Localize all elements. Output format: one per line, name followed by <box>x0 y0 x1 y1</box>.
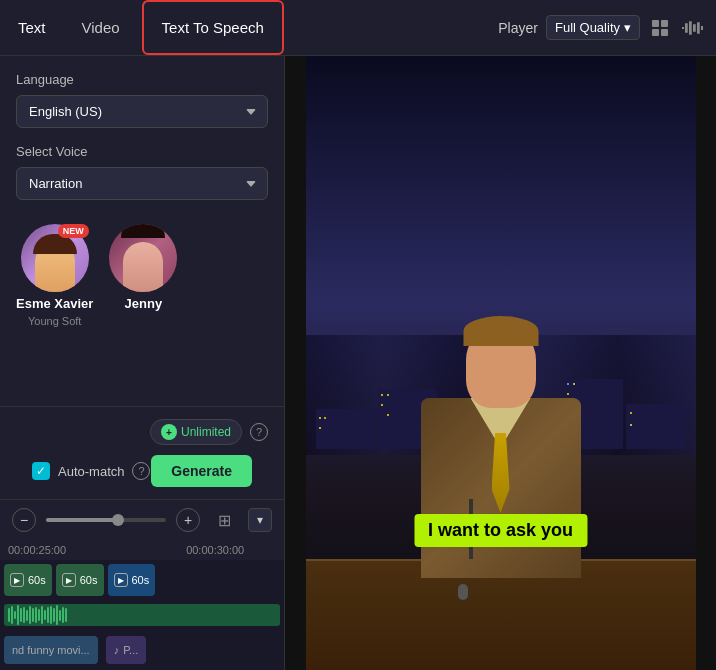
label-clip-1[interactable]: nd funny movi... <box>4 636 98 664</box>
top-navigation: Text Video Text To Speech Player Full Qu… <box>0 0 716 56</box>
zoom-out-button[interactable]: − <box>12 508 36 532</box>
esme-figure <box>35 242 75 292</box>
timeline-zoom-slider[interactable] <box>46 518 166 522</box>
esme-name: Esme Xavier <box>16 296 93 311</box>
jenny-avatar-wrap <box>109 224 177 292</box>
jenny-figure <box>123 242 163 292</box>
audio-track-row <box>0 600 284 630</box>
voice-select[interactable]: Narration Conversational News Calm <box>16 167 268 200</box>
unlimited-row: + Unlimited ? <box>16 419 268 445</box>
language-select[interactable]: English (US) English (UK) Spanish French <box>16 95 268 128</box>
svg-rect-2 <box>652 29 659 36</box>
language-label: Language <box>16 72 268 87</box>
label-track-row: nd funny movi... ♪ P... <box>0 630 284 670</box>
label-clip-1-text: nd funny movi... <box>12 644 90 656</box>
conan-head <box>466 328 536 408</box>
clip-1-label: 60s <box>28 574 46 586</box>
auto-match-label: Auto-match <box>58 464 124 479</box>
esme-avatar-wrap: NEW <box>21 224 89 292</box>
voice-esme-card[interactable]: NEW Esme Xavier Young Soft <box>16 224 93 327</box>
jenny-name: Jenny <box>125 296 163 311</box>
music-clip-1-text: P... <box>123 644 138 656</box>
voice-avatars: NEW Esme Xavier Young Soft Jenny <box>16 224 268 327</box>
time-ruler: 00:00:25:00 00:00:30:00 <box>0 540 284 560</box>
auto-match-checkbox[interactable]: ✓ <box>32 462 50 480</box>
unlimited-badge: + Unlimited <box>150 419 242 445</box>
voice-label: Select Voice <box>16 144 268 159</box>
unlimited-icon: + <box>161 424 177 440</box>
mic-head <box>458 584 468 600</box>
play-icon-3: ▶ <box>114 573 128 587</box>
clip-3-label: 60s <box>132 574 150 586</box>
timeline-slider-fill <box>46 518 118 522</box>
grid-layout-button[interactable]: ⊞ <box>210 506 238 534</box>
player-label: Player <box>498 20 538 36</box>
tab-text-to-speech[interactable]: Text To Speech <box>142 0 284 55</box>
esme-sub: Young Soft <box>28 315 81 327</box>
unlimited-label: Unlimited <box>181 425 231 439</box>
chevron-down-icon: ▾ <box>624 20 631 35</box>
tab-video[interactable]: Video <box>64 0 138 55</box>
wave-bars <box>4 604 280 626</box>
auto-match-row: ✓ Auto-match ? <box>32 462 150 480</box>
jenny-hair <box>121 224 165 238</box>
quality-dropdown[interactable]: Full Quality ▾ <box>546 15 640 40</box>
timeline-controls: − + ⊞ ▾ <box>0 499 284 540</box>
track-clip-3[interactable]: ▶ 60s <box>108 564 156 596</box>
waveform-icon[interactable] <box>680 16 704 40</box>
svg-rect-3 <box>661 29 668 36</box>
track-clip-2[interactable]: ▶ 60s <box>56 564 104 596</box>
timeline-track: 00:00:25:00 00:00:30:00 ▶ 60s ▶ 60s ▶ 60… <box>0 540 284 670</box>
voice-jenny-card[interactable]: Jenny <box>109 224 177 327</box>
clip-2-label: 60s <box>80 574 98 586</box>
conan-suit <box>421 398 581 578</box>
right-panel: I want to ask you <box>285 56 716 670</box>
unlimited-help-icon[interactable]: ? <box>250 423 268 441</box>
play-icon-1: ▶ <box>10 573 24 587</box>
quality-value: Full Quality <box>555 20 620 35</box>
svg-rect-1 <box>661 20 668 27</box>
video-container: I want to ask you <box>306 56 696 670</box>
svg-rect-0 <box>652 20 659 27</box>
main-content: Language English (US) English (UK) Spani… <box>0 56 716 670</box>
tab-text[interactable]: Text <box>0 0 64 55</box>
grid-view-icon[interactable] <box>648 16 672 40</box>
track-clip-1[interactable]: ▶ 60s <box>4 564 52 596</box>
timeline-expand-button[interactable]: ▾ <box>248 508 272 532</box>
new-badge: NEW <box>58 224 89 238</box>
time-marker-1: 00:00:25:00 <box>8 544 66 556</box>
play-icon-2: ▶ <box>62 573 76 587</box>
timeline-handle[interactable] <box>112 514 124 526</box>
audio-waveform[interactable] <box>4 604 280 626</box>
jenny-avatar-image <box>109 224 177 292</box>
generate-button[interactable]: Generate <box>151 455 252 487</box>
time-marker-2: 00:00:30:00 <box>186 544 244 556</box>
panel-body: Language English (US) English (UK) Spani… <box>0 56 284 406</box>
building-1 <box>316 409 375 449</box>
panel-bottom: + Unlimited ? ✓ Auto-match ? Generate <box>0 406 284 499</box>
music-clip-1[interactable]: ♪ P... <box>106 636 147 664</box>
video-track-row: ▶ 60s ▶ 60s ▶ 60s <box>0 560 284 600</box>
subtitle-bar: I want to ask you <box>414 514 587 547</box>
player-controls: Player Full Quality ▾ <box>498 15 716 40</box>
zoom-in-button[interactable]: + <box>176 508 200 532</box>
conan-tie <box>492 433 510 513</box>
auto-match-help-icon[interactable]: ? <box>132 462 150 480</box>
conan-hair <box>463 316 538 346</box>
music-icon: ♪ <box>114 644 120 656</box>
left-panel: Language English (US) English (UK) Spani… <box>0 56 285 670</box>
action-row: ✓ Auto-match ? Generate <box>16 455 268 487</box>
video-scene: I want to ask you <box>306 56 696 670</box>
building-6 <box>626 404 685 449</box>
